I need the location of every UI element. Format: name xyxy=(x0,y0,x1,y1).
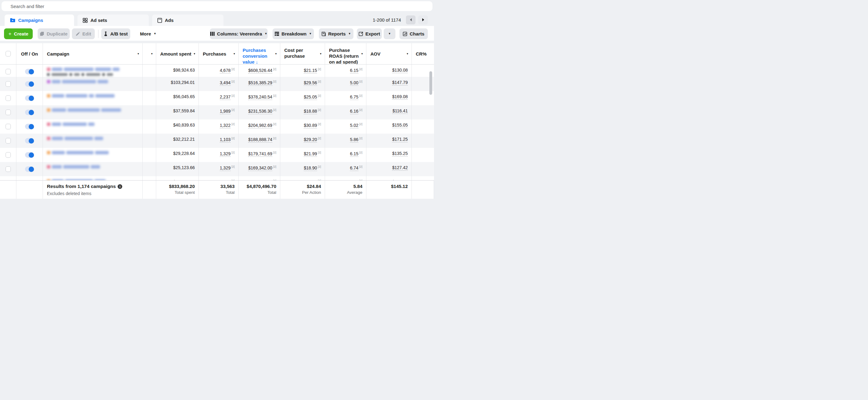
export-dropdown-button[interactable]: ▼ xyxy=(384,28,395,39)
purchases-value[interactable]: 1,989 xyxy=(220,109,230,114)
header-purchase-roas[interactable]: PurchaseROAS (returnon ad spend) ▼ xyxy=(325,43,366,64)
campaign-name-cell[interactable] xyxy=(43,119,143,134)
purchases-conversion-value-value[interactable]: $608,526.44 xyxy=(248,68,272,73)
purchases-conversion-value-value[interactable]: $516,385.29 xyxy=(248,80,272,86)
purchases-value[interactable]: 1,329 xyxy=(220,165,230,171)
campaign-name-cell[interactable] xyxy=(43,148,143,162)
purchase-roas-value[interactable]: 6.15 xyxy=(350,151,359,157)
purchases-conversion-value-value[interactable]: $179,741.69 xyxy=(248,151,272,157)
columns-button[interactable]: Columns: Veerendra ▼ xyxy=(210,28,268,39)
row-checkbox[interactable] xyxy=(5,124,11,129)
campaign-name-cell[interactable] xyxy=(43,134,143,148)
purchases-value[interactable]: 1,322 xyxy=(220,123,230,128)
campaign-toggle-on[interactable] xyxy=(25,81,34,87)
info-icon[interactable]: i xyxy=(118,184,122,189)
duplicate-button[interactable]: Duplicate xyxy=(38,28,70,39)
purchase-roas-value[interactable]: 5.86 xyxy=(350,137,359,143)
aov-value[interactable]: $116.41 xyxy=(392,108,408,114)
aov-value[interactable]: $169.08 xyxy=(392,94,408,100)
row-checkbox[interactable] xyxy=(5,69,11,74)
purchases-conversion-value: $169,342.00[2] xyxy=(239,162,280,176)
header-purchases-conversion-value[interactable]: Purchasesconversionvalue ↓ ▼ xyxy=(239,43,280,64)
select-all-checkbox[interactable] xyxy=(5,51,11,57)
header-campaign[interactable]: Campaign▼ xyxy=(43,43,143,64)
purchase-roas-value[interactable]: 6.75 xyxy=(350,94,359,100)
row-checkbox[interactable] xyxy=(5,81,11,87)
purchase-roas-value[interactable]: 6.16 xyxy=(350,109,359,114)
row-checkbox[interactable] xyxy=(5,138,11,144)
campaign-toggle-on[interactable] xyxy=(25,110,34,115)
aov-value[interactable]: $127.42 xyxy=(392,165,408,171)
campaign-name-cell[interactable] xyxy=(43,162,143,176)
tab-ads[interactable]: Ads xyxy=(152,14,223,26)
purchases-conversion-value-value[interactable]: $231,536.30 xyxy=(248,109,272,114)
campaign-toggle-on[interactable] xyxy=(25,95,34,101)
purchase-roas-value[interactable]: 5.02 xyxy=(350,123,359,128)
campaign-toggle-on[interactable] xyxy=(25,124,34,129)
purchase-roas-value[interactable]: 5.00 xyxy=(350,80,359,86)
header-purchases[interactable]: Purchases▼ xyxy=(199,43,239,64)
header-cost-per-purchase[interactable]: Cost perpurchase ▼ xyxy=(280,43,325,64)
cost-per-purchase-value[interactable]: $21.99 xyxy=(304,151,317,157)
cost-per-purchase-value[interactable]: $29.20 xyxy=(304,137,317,143)
cost-per-purchase-value[interactable]: $30.89 xyxy=(304,123,317,128)
campaign-toggle-on[interactable] xyxy=(25,138,34,144)
purchase-roas-value[interactable]: 6.74 xyxy=(350,165,359,171)
purchases-value[interactable]: 1,103 xyxy=(220,137,230,143)
header-aov[interactable]: AOV▼ xyxy=(366,43,412,64)
cost-per-purchase-value[interactable]: $21.15 xyxy=(304,68,317,73)
row-checkbox[interactable] xyxy=(5,166,11,172)
campaign-toggle-on[interactable] xyxy=(25,152,34,158)
aov-value[interactable]: $155.05 xyxy=(392,123,408,128)
purchases-conversion-value-value[interactable]: $204,982.69 xyxy=(248,123,272,128)
attribution-superscript: [2] xyxy=(318,68,321,71)
amount_spent-total-label: Total spent xyxy=(156,189,198,195)
campaign-name-cell[interactable] xyxy=(43,176,143,180)
breakdown-button[interactable]: Breakdown ▼ xyxy=(273,28,314,39)
campaign-name-cell[interactable] xyxy=(43,77,143,91)
reports-button[interactable]: Reports ▼ xyxy=(319,28,353,39)
row-checkbox[interactable] xyxy=(5,110,11,115)
search-input[interactable]: Search and filter xyxy=(2,1,432,11)
bottom-strip xyxy=(0,199,434,200)
row-checkbox[interactable] xyxy=(5,95,11,101)
purchases-conversion-value-value[interactable]: $188,888.74 xyxy=(248,137,272,143)
pagination-prev-button[interactable] xyxy=(406,16,415,24)
header-truncated-column[interactable]: ▼ xyxy=(143,43,156,64)
charts-button[interactable]: Charts xyxy=(399,28,428,39)
header-amount-spent[interactable]: Amount spent▼ xyxy=(156,43,199,64)
purchases-value[interactable]: 4,678 xyxy=(220,68,230,73)
aov-value[interactable]: $130.08 xyxy=(392,68,408,73)
campaign-toggle-on[interactable] xyxy=(25,166,34,172)
purchases-value[interactable]: 1,329 xyxy=(220,151,230,157)
ab-test-button[interactable]: A/B test xyxy=(101,28,130,39)
vertical-scrollbar[interactable] xyxy=(429,71,432,95)
export-button[interactable]: Export xyxy=(357,28,382,39)
tab-adsets[interactable]: Ad sets xyxy=(78,14,149,26)
purchases-conversion-value-value[interactable]: $169,342.00 xyxy=(248,165,272,171)
purchases-conversion-value-value[interactable]: $378,240.54 xyxy=(248,94,272,100)
purchases-value[interactable]: 2,237 xyxy=(220,94,230,100)
campaign-name-cell[interactable] xyxy=(43,105,143,119)
tab-campaigns[interactable]: Campaigns xyxy=(5,14,74,26)
aov-value[interactable]: $171.25 xyxy=(392,137,408,142)
aov-value[interactable]: $147.79 xyxy=(392,80,408,86)
campaign-name-cell[interactable] xyxy=(43,64,143,77)
campaign-name-cell[interactable] xyxy=(43,91,143,105)
more-button[interactable]: More ▼ xyxy=(139,28,157,39)
campaign-toggle-on[interactable] xyxy=(25,69,34,74)
cost-per-purchase-value[interactable]: $18.90 xyxy=(304,165,317,171)
create-button[interactable]: + Create xyxy=(4,28,33,39)
purchase-roas-value[interactable]: 6.15 xyxy=(350,68,359,73)
cost-per-purchase-value[interactable]: $18.88 xyxy=(304,109,317,114)
attribution-superscript: [2] xyxy=(318,80,321,83)
row-checkbox[interactable] xyxy=(5,152,11,158)
campaign-name-redacted xyxy=(47,68,142,71)
cost-per-purchase-value[interactable]: $29.56 xyxy=(304,80,317,86)
purchases-value[interactable]: 3,494 xyxy=(220,80,230,86)
edit-button[interactable]: Edit xyxy=(72,28,95,39)
aov-value[interactable]: $135.25 xyxy=(392,151,408,156)
pagination-next-button[interactable] xyxy=(418,16,428,24)
header-cr[interactable]: CR% xyxy=(412,43,434,64)
cost-per-purchase-value[interactable]: $25.05 xyxy=(304,94,317,100)
